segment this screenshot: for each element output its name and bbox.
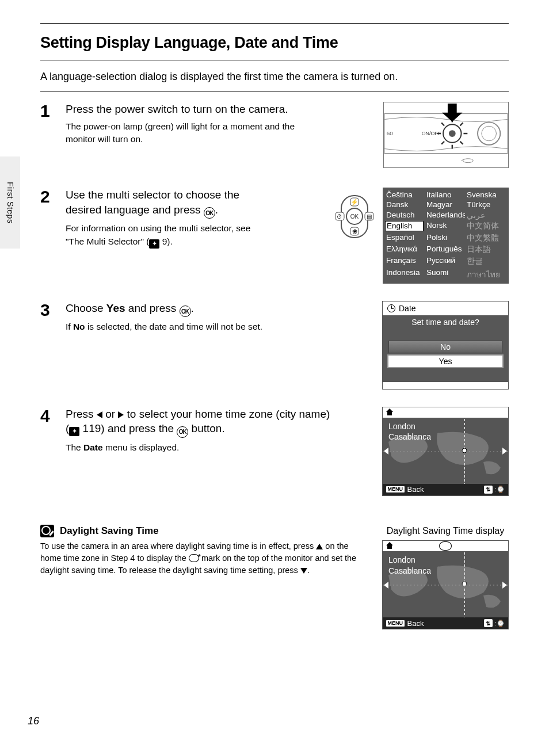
lang-option: Türkçe <box>467 200 505 209</box>
step-4-heading: Press or to select your home time zone (… <box>66 407 330 438</box>
rule-under-intro <box>40 91 509 91</box>
lang-option: 中文繁體 <box>467 233 505 243</box>
timezone-city: London Casablanca <box>388 421 431 442</box>
multi-selector-figure: OK ⚡ ❀ ⏱ ▤ <box>334 192 375 241</box>
left-arrow-icon <box>384 448 388 455</box>
updown-hint-icon: ⇅ <box>484 486 493 494</box>
intro-text: A language-selection dialog is displayed… <box>40 71 509 83</box>
updown-hint-icon: ⇅ <box>484 619 493 627</box>
left-arrow-icon <box>384 582 388 589</box>
date-option-yes: Yes <box>387 354 504 368</box>
dst-note-section: Daylight Saving Time To use the camera i… <box>40 525 509 630</box>
lang-option: Svenska <box>467 190 505 199</box>
rule-top <box>40 23 509 24</box>
rule-under-title <box>40 60 509 60</box>
language-selection-screen: Čeština Italiano Svenska Dansk Magyar Tü… <box>383 188 509 284</box>
dst-title: Daylight Saving Time <box>60 525 159 537</box>
svg-rect-0 <box>384 102 508 167</box>
home-icon <box>386 543 393 549</box>
step-number: 1 <box>40 102 59 170</box>
ok-center-label: OK <box>350 213 359 220</box>
right-arrow-icon <box>502 582 507 589</box>
page-ref-icon: ✦ <box>149 239 159 249</box>
side-tab: First Steps <box>0 156 20 249</box>
step-number: 2 <box>40 188 59 284</box>
right-arrow-icon <box>118 411 124 418</box>
down-arrow-icon <box>300 568 307 574</box>
step-number: 4 <box>40 407 59 496</box>
home-icon <box>386 409 393 416</box>
date-question: Set time and date? <box>383 315 508 341</box>
ok-icon: OK <box>204 207 215 219</box>
lang-option-selected: English <box>385 221 424 231</box>
step-2: 2 Use the multi selector to choose the d… <box>40 188 509 284</box>
lang-option: Dansk <box>386 200 425 209</box>
back-label: Back <box>407 619 424 628</box>
step-1-heading: Press the power switch to turn on the ca… <box>66 102 376 117</box>
lang-option: Italiano <box>426 190 465 199</box>
dst-text: To use the camera in an area where dayli… <box>40 540 371 576</box>
svg-point-33 <box>462 582 467 586</box>
lang-option: Norsk <box>426 221 465 231</box>
timezone-screen: London Casablanca MENU Back ⇅:⌚ <box>382 407 509 496</box>
lang-option: Русский <box>426 256 465 266</box>
step-1-sub: The power-on lamp (green) will light for… <box>66 120 307 146</box>
dst-mark-icon <box>189 554 199 562</box>
svg-text:▤: ▤ <box>367 213 372 220</box>
dst-mark-icon <box>439 541 452 551</box>
step-3: 3 Choose Yes and press OK. If No is sele… <box>40 301 509 390</box>
lang-option: عربي <box>467 211 505 220</box>
lang-option: ภาษาไทย <box>467 268 505 281</box>
step-number: 3 <box>40 301 59 390</box>
date-dialog-screen: Date Set time and date? No Yes <box>382 301 509 390</box>
lang-option: Ελληνικά <box>386 245 425 255</box>
back-label: Back <box>407 485 424 494</box>
lang-option: 한글 <box>467 256 505 266</box>
lang-option: Nederlands <box>426 211 465 220</box>
svg-point-29 <box>462 448 467 453</box>
date-title: Date <box>399 304 416 313</box>
timezone-screen-dst: London Casablanca MENU Back ⇅:⌚ <box>382 540 509 629</box>
lang-option: Suomi <box>426 268 465 281</box>
onoff-label: ON/OFF <box>422 131 441 136</box>
page-title: Setting Display Language, Date and Time <box>40 34 509 52</box>
svg-text:❀: ❀ <box>352 228 357 235</box>
step-2-sub: For information on using the multi selec… <box>66 222 261 248</box>
camera-top-figure: 60 ON/OFF <box>383 102 509 170</box>
lang-option: Français <box>386 256 425 266</box>
step-3-heading: Choose Yes and press OK. <box>66 301 375 318</box>
lang-option: Deutsch <box>386 211 425 220</box>
step-3-sub: If No is selected, the date and time wil… <box>66 320 375 333</box>
timezone-city: London Casablanca <box>388 555 431 575</box>
menu-label: MENU <box>386 486 405 492</box>
page-ref-icon: ✦ <box>69 427 79 436</box>
date-option-no: No <box>388 341 502 353</box>
dst-caption: Daylight Saving Time display <box>382 525 509 537</box>
right-arrow-icon <box>502 448 507 455</box>
camera-model-label: 60 <box>387 130 393 136</box>
lang-option: Português <box>426 245 465 255</box>
svg-point-3 <box>449 130 456 137</box>
left-arrow-icon <box>97 411 102 418</box>
svg-text:⏱: ⏱ <box>337 213 342 220</box>
lang-option: 中文简体 <box>467 221 505 231</box>
lang-option: Español <box>386 233 425 243</box>
dst-hint-icon: :⌚ <box>495 620 505 627</box>
step-4: 4 Press or to select your home time zone… <box>40 407 509 496</box>
lang-option: 日本語 <box>467 245 505 255</box>
step-4-sub: The Date menu is displayed. <box>66 441 375 454</box>
ok-icon: OK <box>180 306 191 317</box>
dst-hint-icon: :⌚ <box>495 486 505 493</box>
step-2-heading: Use the multi selector to choose the des… <box>66 188 273 219</box>
lang-option: Polski <box>426 233 465 243</box>
step-1: 1 Press the power switch to turn on the … <box>40 102 509 170</box>
lang-option: Čeština <box>386 190 425 199</box>
ok-icon: OK <box>177 426 188 438</box>
page-number: 16 <box>28 715 39 727</box>
side-tab-label: First Steps <box>6 182 15 223</box>
clock-icon <box>387 304 395 312</box>
lang-option: Magyar <box>426 200 465 209</box>
note-icon <box>40 525 54 537</box>
lang-option: Indonesia <box>386 268 425 281</box>
up-arrow-icon <box>316 544 323 549</box>
